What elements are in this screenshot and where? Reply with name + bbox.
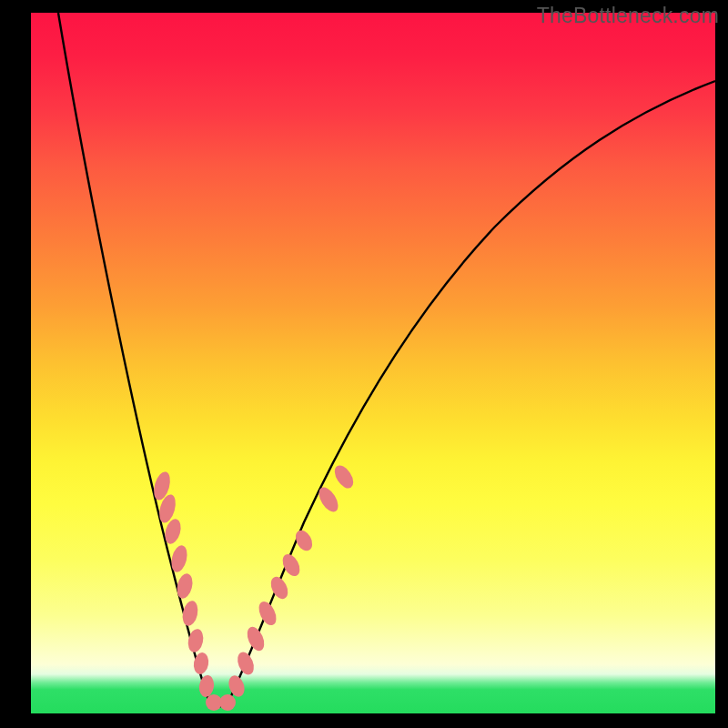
svg-point-14 (256, 599, 280, 628)
svg-point-12 (235, 650, 258, 677)
svg-point-19 (331, 462, 358, 491)
watermark-text: TheBottleneck.com (537, 4, 719, 28)
svg-point-13 (244, 624, 268, 653)
bottleneck-curve (58, 13, 715, 707)
curve-layer (31, 13, 715, 713)
svg-point-15 (268, 574, 291, 602)
svg-point-5 (180, 600, 199, 628)
chart-canvas: TheBottleneck.com (0, 0, 728, 728)
svg-point-4 (175, 571, 195, 600)
left-marker-cluster (151, 470, 222, 711)
plot-area (31, 13, 715, 713)
svg-point-10 (219, 694, 236, 711)
